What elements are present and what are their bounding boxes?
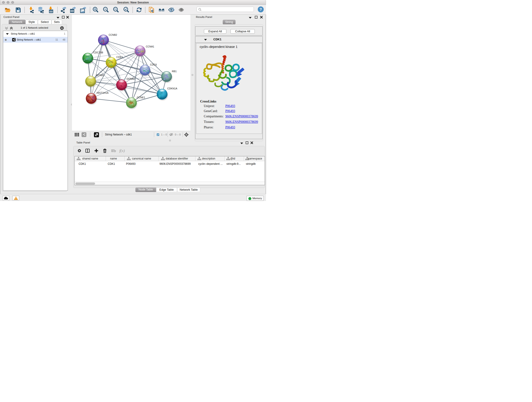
svg-text:CDC6: CDC6	[150, 63, 157, 66]
svg-text:HIST1H1A: HIST1H1A	[97, 91, 109, 94]
svg-text:CDC25B: CDC25B	[94, 51, 103, 54]
svg-text:CDKN1A: CDKN1A	[167, 87, 177, 90]
svg-text:CCNA1: CCNA1	[146, 45, 154, 48]
svg-text:CDK1: CDK1	[116, 56, 123, 58]
svg-text:CCNB1: CCNB1	[96, 74, 104, 77]
svg-text:RB1: RB1	[172, 70, 177, 73]
svg-text:CCNA2: CCNA2	[127, 77, 135, 80]
svg-text:?: ?	[260, 7, 262, 12]
svg-text:CCNB2: CCNB2	[109, 33, 117, 36]
svg-text:CCNE1: CCNE1	[137, 96, 145, 99]
